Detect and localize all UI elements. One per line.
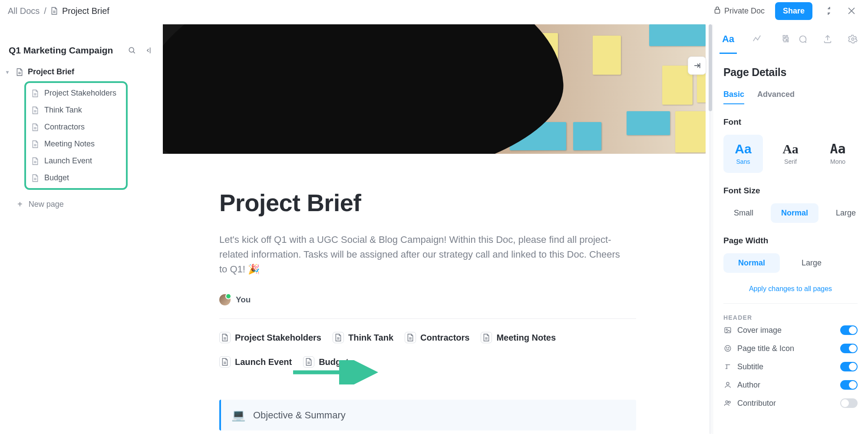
close-icon[interactable] [845,5,858,17]
section-font-size: Font Size [723,186,858,195]
font-label: Sans [736,158,750,165]
svg-point-5 [726,329,727,330]
sidebar-item-contractors[interactable]: Contractors [29,119,123,136]
svg-point-1 [129,47,134,52]
width-large[interactable]: Large [787,253,836,273]
new-page-label: New page [29,200,64,209]
sidebar-item-label: Contractors [44,123,85,132]
toggle-label: Cover image [737,326,782,335]
doc-icon [333,332,344,343]
avatar[interactable] [219,294,231,305]
font-option-sans[interactable]: Aa Sans [723,135,763,173]
sidebar-item-project-brief[interactable]: ▾ Project Brief [5,65,163,79]
svg-point-11 [729,401,731,404]
section-font: Font [723,117,858,127]
share-button[interactable]: Share [775,2,812,20]
toggle-subtitle: Subtitle [723,358,858,376]
sidebar-item-label: Think Tank [44,106,82,115]
toggle-label: Author [737,381,760,390]
size-normal[interactable]: Normal [771,203,818,223]
topbar: All Docs / Project Brief Private Doc Sha… [0,0,868,24]
width-normal[interactable]: Normal [723,253,780,273]
font-option-mono[interactable]: Aa Mono [818,135,858,173]
topbar-right: Private Doc Share [714,2,858,20]
author-row: You [219,294,640,305]
switch-cover-image[interactable] [840,325,858,335]
main: Project Brief Let's kick off Q1 with a U… [163,24,708,434]
tab-typography[interactable]: Aa [722,30,735,48]
chip-label: Project Stakeholders [235,333,321,343]
font-sample: Aa [782,142,799,156]
svg-point-6 [725,345,731,351]
cover-image[interactable] [163,24,706,154]
section-page-width: Page Width [723,236,858,245]
toggle-contributor: Contributor [723,394,858,412]
sidebar-title: Q1 Marketing Campaign [9,45,113,56]
doc-icon [481,332,492,343]
text-icon [723,363,732,371]
tab-comments-icon[interactable] [796,30,809,48]
sidebar-item-budget[interactable]: Budget [29,169,123,186]
search-icon[interactable] [127,46,137,55]
panel-title: Page Details [723,66,858,79]
user-icon [723,381,732,389]
scrollbar[interactable] [708,24,713,434]
switch-subtitle[interactable] [840,362,858,371]
toggle-title-icon: Page title & Icon [723,339,858,358]
subtab-basic[interactable]: Basic [723,90,744,104]
toggle-label: Subtitle [737,362,763,371]
lock-icon [714,6,721,16]
sidebar-item-meeting-notes[interactable]: Meeting Notes [29,136,123,152]
font-sample: Aa [735,142,751,156]
smile-icon [723,345,732,352]
panel-collapse-button[interactable] [688,56,706,75]
tab-insights-icon[interactable] [750,30,763,48]
sidebar-item-label: Meeting Notes [44,139,95,149]
sidebar-item-think-tank[interactable]: Think Tank [29,102,123,119]
annotation-arrow-icon [293,360,380,386]
chip-label: Launch Event [235,357,292,367]
toggle-label: Contributor [737,399,776,408]
doc-icon [219,356,231,368]
chip-think-tank[interactable]: Think Tank [333,332,393,343]
callout-block[interactable]: 💻 Objective & Summary [219,400,636,431]
svg-rect-4 [725,328,731,333]
image-icon [723,326,732,334]
switch-title-icon[interactable] [840,344,858,353]
caret-down-icon[interactable]: ▾ [6,69,11,75]
apply-all-link[interactable]: Apply changes to all pages [723,285,858,293]
section-header: HEADER [723,314,858,321]
new-page-button[interactable]: + New page [5,194,163,209]
chip-stakeholders[interactable]: Project Stakeholders [219,332,321,343]
sidebar-item-label: Project Stakeholders [44,89,116,98]
tab-settings-icon[interactable] [846,30,859,48]
collapse-sidebar-icon[interactable] [145,46,154,55]
chip-launch-event[interactable]: Launch Event [219,356,292,368]
toggle-cover-image: Cover image [723,321,858,339]
svg-rect-0 [715,9,719,13]
svg-point-7 [726,348,727,348]
subpage-chips: Project Stakeholders Think Tank Contract… [219,332,636,368]
visibility-indicator[interactable]: Private Doc [714,6,765,16]
font-option-serif[interactable]: Aa Serif [771,135,810,173]
font-label: Serif [784,158,797,165]
tab-export-icon[interactable] [821,30,834,48]
page-title[interactable]: Project Brief [219,189,640,217]
chip-contractors[interactable]: Contractors [405,332,469,343]
switch-author[interactable] [840,380,858,390]
page-subtitle[interactable]: Let's kick off Q1 with a UGC Social & Bl… [219,232,627,277]
switch-contributor[interactable] [840,398,858,408]
svg-point-8 [729,348,729,348]
tab-plugins-icon[interactable] [779,30,792,48]
breadcrumb-root[interactable]: All Docs [8,6,40,16]
size-large[interactable]: Large [825,203,866,223]
collapse-icon[interactable] [823,5,835,17]
sidebar-item-stakeholders[interactable]: Project Stakeholders [29,85,123,102]
doc-icon [31,106,39,114]
size-small[interactable]: Small [723,203,764,223]
font-label: Mono [830,158,845,165]
chip-meeting-notes[interactable]: Meeting Notes [481,332,556,343]
subtab-advanced[interactable]: Advanced [757,90,795,104]
chip-label: Contractors [420,333,469,343]
sidebar-item-launch-event[interactable]: Launch Event [29,152,123,169]
